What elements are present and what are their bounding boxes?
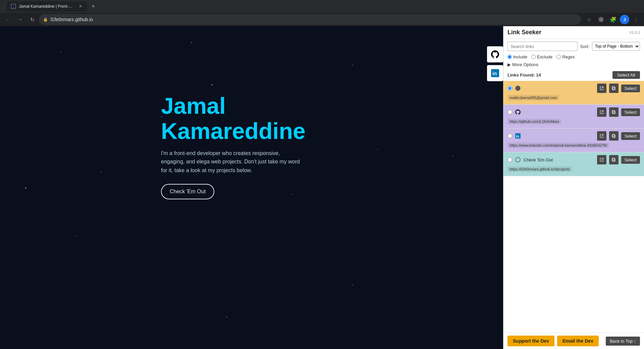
more-options-toggle[interactable]: ▶ More Options [503, 61, 644, 69]
exclude-radio[interactable] [531, 55, 536, 59]
support-dev-button[interactable]: Support the Dev [507, 336, 554, 346]
hero-first-name: Jamal [161, 93, 306, 118]
link-item-top: Select [507, 107, 640, 117]
link-item-top: Check 'Em Out Select [507, 155, 640, 164]
include-radio-label[interactable]: Include [507, 54, 527, 59]
hero-description: I'm a front-end developer who creates re… [161, 149, 302, 175]
copy-link-button[interactable] [609, 155, 619, 164]
link-radio[interactable] [507, 157, 512, 162]
regex-radio[interactable] [556, 55, 561, 59]
list-item: Select mailto:jkama005@gmail.com [503, 81, 644, 105]
extension-icon[interactable]: ⬡ [596, 14, 606, 25]
link-title: Check 'Em Out [524, 157, 594, 162]
regex-radio-label[interactable]: Regex [556, 54, 575, 59]
check-em-out-button[interactable]: Check 'Em Out [161, 184, 214, 199]
extension-title: Link Seeker [507, 29, 541, 36]
github-side-icon[interactable] [487, 46, 503, 62]
link-url: https://www.linkedin.com/in/jamal-kamare… [507, 143, 609, 148]
link-radio[interactable] [507, 134, 512, 138]
svg-rect-14 [612, 134, 614, 137]
forward-button[interactable]: → [15, 14, 25, 25]
tab-favicon: J [11, 4, 16, 9]
link-select-button[interactable]: Select [621, 156, 640, 164]
browser-chrome: J Jamal Kamareddine | Front-En... ✕ + ← … [0, 0, 644, 26]
open-link-button[interactable] [597, 131, 606, 141]
extension-panel: Link Seeker V1.0.3 Sort: Top of Page - B… [503, 26, 644, 349]
svg-text:in: in [516, 134, 519, 138]
back-to-top-button[interactable]: Back to Top ↑ [606, 337, 640, 346]
hero-last-name: Kamareddine [161, 118, 306, 144]
exclude-radio-label[interactable]: Exclude [531, 54, 552, 59]
linkedin-side-icon[interactable]: in [487, 65, 503, 81]
profile-button[interactable]: J [620, 15, 629, 24]
link-radio[interactable] [507, 110, 512, 114]
menu-button[interactable]: ⋮ [631, 14, 641, 25]
new-tab-button[interactable]: + [89, 2, 98, 11]
svg-text:in: in [492, 70, 497, 76]
main-area: Jamal Kamareddine I'm a front-end develo… [0, 26, 644, 349]
open-link-button[interactable] [597, 84, 606, 93]
include-label: Include [513, 54, 527, 59]
extension-version: V1.0.3 [629, 31, 640, 35]
svg-rect-16 [613, 159, 615, 161]
tab-close-button[interactable]: ✕ [78, 4, 83, 9]
svg-point-15 [516, 157, 520, 162]
extension-footer: Support the Dev Email the Dev Back to To… [503, 333, 644, 349]
link-item-top: Select [507, 84, 640, 93]
link-favicon [515, 85, 521, 91]
hero-content: Jamal Kamareddine I'm a front-end develo… [161, 93, 306, 199]
side-icons: in [487, 46, 503, 81]
list-item: Select https://github.com/L1fe0nMars [503, 105, 644, 129]
link-favicon: in [515, 133, 521, 139]
svg-text:⬡: ⬡ [600, 18, 603, 21]
copy-link-button[interactable] [609, 84, 619, 93]
nav-icons: ☆ ⬡ 🧩 J ⋮ [584, 14, 641, 25]
links-found-row: Links Found: 14 Select AlI [503, 69, 644, 81]
back-button[interactable]: ← [3, 14, 13, 25]
link-url: https://github.com/L1fe0nMars [507, 119, 561, 124]
svg-rect-17 [612, 158, 614, 161]
reload-button[interactable]: ↻ [27, 14, 38, 25]
link-select-button[interactable]: Select [621, 132, 640, 140]
link-favicon [515, 157, 521, 163]
open-link-button[interactable] [597, 107, 606, 117]
extension-header: Link Seeker V1.0.3 [503, 26, 644, 39]
sort-label: Sort: [580, 44, 589, 49]
link-url: mailto:jkama005@gmail.com [507, 95, 559, 100]
link-select-button[interactable]: Select [621, 85, 640, 92]
filter-radio-row: Include Exclude Regex [503, 54, 644, 61]
list-item: Check 'Em Out Select https://l1fe0nmars.… [503, 152, 644, 176]
search-row: Sort: Top of Page - Bottom Bottom of Pag… [503, 39, 644, 54]
more-options-label: More Options [512, 62, 538, 67]
svg-text:J: J [13, 5, 14, 8]
nav-bar: ← → ↻ 🔒 l1fe0nmars.github.io ☆ ⬡ 🧩 J ⋮ [0, 13, 644, 26]
extensions-button[interactable]: 🧩 [608, 14, 619, 25]
open-link-button[interactable] [597, 155, 606, 164]
link-select-button[interactable]: Select [621, 108, 640, 116]
svg-rect-10 [612, 110, 614, 113]
search-input[interactable] [507, 42, 578, 51]
svg-rect-13 [613, 135, 615, 138]
select-all-button[interactable]: Select AlI [612, 71, 640, 79]
link-item-top: in Select [507, 131, 640, 141]
active-tab[interactable]: J Jamal Kamareddine | Front-En... ✕ [7, 1, 87, 11]
svg-point-6 [516, 86, 520, 91]
address-bar[interactable]: 🔒 l1fe0nmars.github.io [39, 14, 581, 25]
link-radio[interactable] [507, 86, 512, 91]
copy-link-button[interactable] [609, 131, 619, 141]
regex-label: Regex [562, 54, 575, 59]
email-dev-button[interactable]: Email the Dev [557, 336, 599, 346]
tab-bar: J Jamal Kamareddine | Front-En... ✕ + [0, 0, 644, 13]
sort-select[interactable]: Top of Page - Bottom Bottom of Page - To… [592, 42, 640, 51]
svg-rect-7 [613, 87, 615, 90]
tab-label: Jamal Kamareddine | Front-En... [19, 4, 75, 9]
bookmark-button[interactable]: ☆ [584, 14, 594, 25]
include-radio[interactable] [507, 55, 512, 59]
more-options-arrow: ▶ [507, 62, 511, 67]
svg-rect-9 [613, 111, 615, 114]
link-list: Select mailto:jkama005@gmail.com [503, 81, 644, 333]
exclude-label: Exclude [537, 54, 552, 59]
link-url: https://l1fe0nmars.github.io/#projects [507, 166, 572, 172]
copy-link-button[interactable] [609, 107, 619, 117]
links-found-text: Links Found: 14 [507, 72, 541, 78]
